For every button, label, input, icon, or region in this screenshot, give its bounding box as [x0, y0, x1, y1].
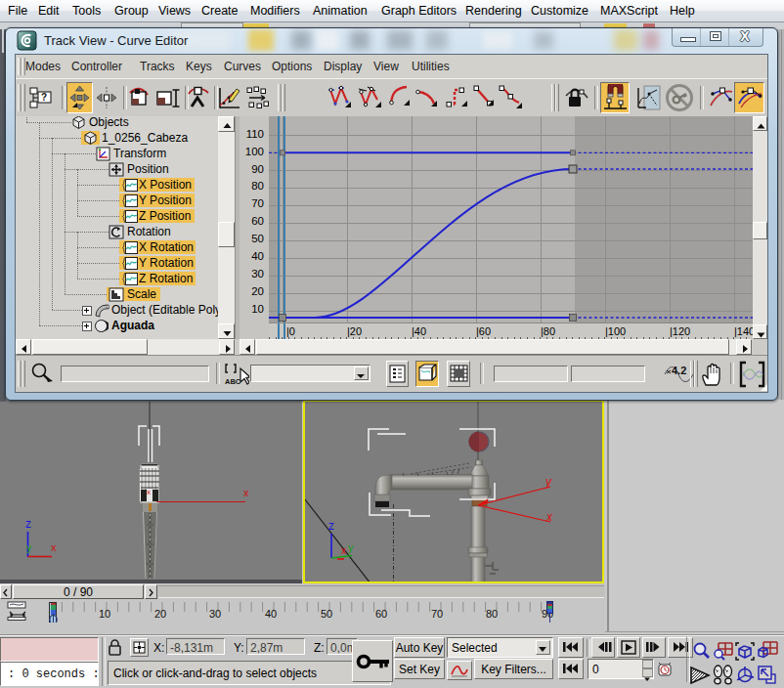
svg-text:4.2: 4.2	[672, 365, 686, 376]
svg-text:?: ?	[41, 92, 47, 103]
svg-text:x: x	[147, 488, 151, 496]
svg-text:y: y	[26, 541, 32, 553]
svg-text:ABC: ABC	[225, 377, 241, 386]
svg-text:x: x	[545, 510, 553, 524]
svg-text:y: y	[348, 541, 354, 553]
svg-text:z: z	[25, 517, 31, 531]
svg-text:x: x	[341, 545, 346, 556]
svg-text:z: z	[328, 519, 334, 533]
svg-text:x: x	[243, 487, 249, 498]
svg-text:y: y	[544, 475, 552, 489]
svg-text:x: x	[51, 541, 57, 553]
